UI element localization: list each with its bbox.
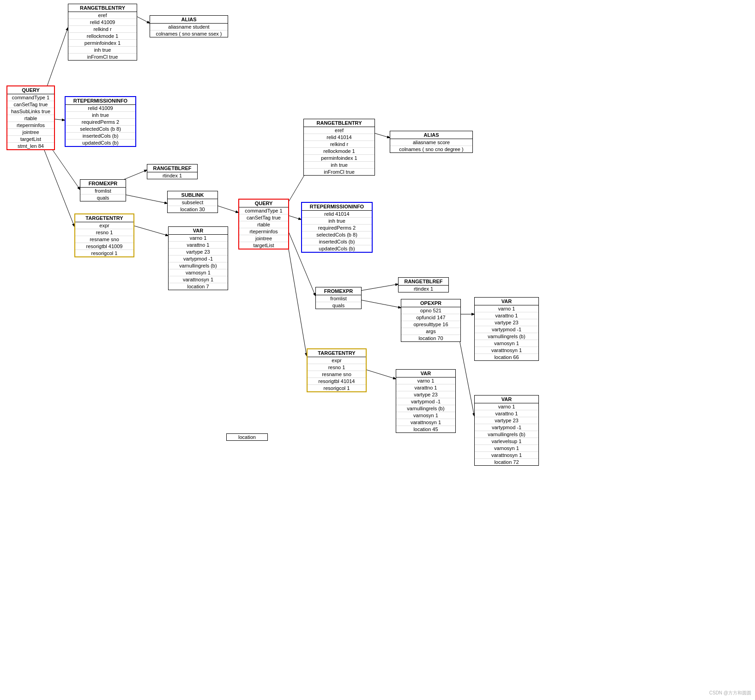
targetentry-2-node: TARGETENTRY expr resno 1 resname sno res… [307, 348, 367, 392]
query-main-row-4: rteperminfos [7, 122, 54, 129]
query-main-row-2: hasSubLinks true [7, 108, 54, 115]
rangetblentry-1-node: RANGETBLENTRY eref relid 41009 relkind r… [68, 4, 137, 61]
rangetblref-2-title: RANGETBLREF [399, 278, 448, 286]
var-2-node: VAR varno 1 varattno 1 vartype 23 vartyp… [396, 369, 456, 433]
var-1-title: VAR [169, 227, 228, 235]
alias-1-node: ALIAS aliasname student colnames ( sno s… [150, 15, 228, 37]
query-main-row-5: jointree [7, 129, 54, 136]
rangetblentry-2-node: RANGETBLENTRY eref relid 41014 relkind r… [303, 119, 375, 176]
query-main-title: QUERY [7, 86, 54, 94]
rtepermissioninfo-1-node: RTEPERMISSIONINFO relid 41009 inh true r… [65, 96, 136, 147]
svg-line-3 [42, 143, 74, 226]
query-main-row-0: commandType 1 [7, 94, 54, 101]
targetentry-1-node: TARGETENTRY expr resno 1 resname sno res… [74, 213, 134, 257]
query-main-row-1: canSetTag true [7, 101, 54, 108]
diagram-container: QUERY commandType 1 canSetTag true hasSu… [0, 0, 755, 700]
query-main-row-3: rtable [7, 115, 54, 122]
opexpr-node: OPEXPR opno 521 opfuncid 147 opresulttyp… [401, 299, 461, 342]
watermark: CSDN @方方和圆圆 [709, 690, 751, 696]
query-main-node: QUERY commandType 1 canSetTag true hasSu… [6, 85, 55, 150]
rangetblentry-1-title: RANGETBLENTRY [68, 4, 137, 12]
targetentry-1-title: TARGETENTRY [75, 214, 133, 222]
var-4-title: VAR [475, 396, 538, 403]
svg-line-15 [358, 299, 401, 308]
rangetblref-2-node: RANGETBLREF rtindex 1 [398, 277, 449, 292]
alias-2-title: ALIAS [390, 131, 472, 139]
var-1-node: VAR varno 1 varattno 1 vartype 23 vartyp… [168, 226, 228, 290]
var-3-title: VAR [475, 298, 538, 305]
rangetblref-1-title: RANGETBLREF [147, 164, 197, 172]
fromexpr-2-title: FROMEXPR [316, 287, 361, 295]
svg-line-14 [358, 284, 398, 291]
fromexpr-1-title: FROMEXPR [80, 180, 126, 188]
fromexpr-1-node: FROMEXPR fromlist quals [80, 179, 126, 201]
fromexpr-2-node: FROMEXPR fromlist quals [315, 287, 362, 309]
query-main-row-6: targetList [7, 136, 54, 143]
alias-2-node: ALIAS aliasname score colnames ( sno cno… [390, 131, 473, 153]
location-node: location [226, 433, 268, 441]
targetentry-2-title: TARGETENTRY [308, 349, 366, 357]
opexpr-title: OPEXPR [401, 299, 460, 307]
var-2-title: VAR [396, 370, 455, 377]
query-main-row-7: stmt_len 84 [7, 143, 54, 149]
var-3-node: VAR varno 1 varattno 1 vartype 23 vartyp… [474, 297, 539, 361]
rtepermissioninfo-2-node: RTEPERMISSIONINFO relid 41014 inh true r… [301, 202, 373, 253]
svg-line-12 [286, 236, 307, 356]
rangetblref-1-node: RANGETBLREF rtindex 1 [147, 164, 198, 179]
var-4-node: VAR varno 1 varattno 1 vartype 23 vartyp… [474, 395, 539, 466]
alias-1-title: ALIAS [150, 16, 228, 24]
sublink-title: SUBLINK [168, 191, 217, 199]
sublink-node: SUBLINK subselect location 30 [167, 191, 218, 213]
rtepermissioninfo-2-title: RTEPERMISSIONINFO [302, 203, 372, 211]
query-sub-title: QUERY [239, 200, 288, 207]
query-sub-node: QUERY commandType 1 canSetTag true rtabl… [238, 199, 289, 250]
rtepermissioninfo-1-title: RTEPERMISSIONINFO [66, 97, 135, 105]
rangetblentry-2-title: RANGETBLENTRY [304, 119, 374, 127]
